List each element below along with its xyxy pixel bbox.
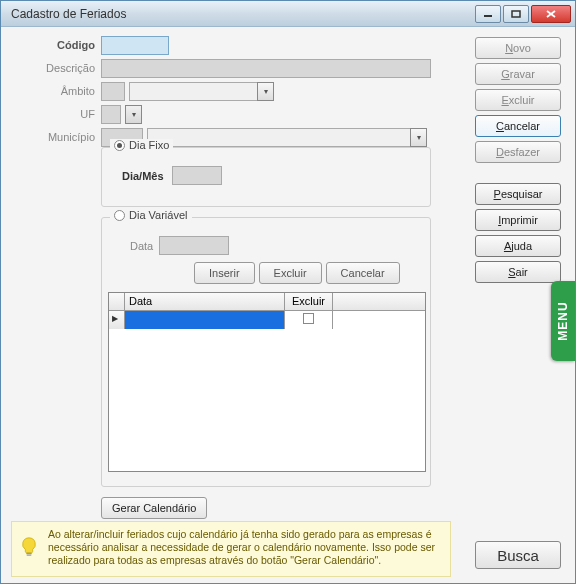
svg-rect-5 [27, 555, 32, 556]
cancelar-row-button[interactable]: Cancelar [326, 262, 400, 284]
label-municipio: Município [11, 131, 101, 143]
row-selector-icon [109, 311, 125, 329]
municipio-combo[interactable]: ▾ [147, 128, 427, 147]
content: Código Descrição Âmbito ▾ UF ▾ [1, 27, 575, 583]
ajuda-button[interactable]: Ajuda [475, 235, 561, 257]
window: Cadastro de Feriados Código Descrição [0, 0, 576, 584]
codigo-input[interactable] [101, 36, 169, 55]
uf-code-input[interactable] [101, 105, 121, 124]
data-input[interactable] [159, 236, 229, 255]
pesquisar-button[interactable]: Pesquisar [475, 183, 561, 205]
label-descricao: Descrição [11, 62, 101, 74]
excluir-row-button[interactable]: Excluir [259, 262, 322, 284]
tip-box: Ao alterar/incluir feriados cujo calendá… [11, 521, 451, 577]
chevron-down-icon: ▾ [125, 105, 142, 124]
dia-variavel-label: Dia Variável [129, 209, 188, 221]
datas-grid[interactable]: Data Excluir [108, 292, 426, 472]
cancelar-button[interactable]: Cancelar [475, 115, 561, 137]
uf-combo[interactable]: ▾ [125, 105, 142, 124]
cell-excluir-checkbox[interactable] [285, 311, 333, 329]
ambito-combo[interactable]: ▾ [129, 82, 274, 101]
radio-selected-icon [114, 140, 125, 151]
svg-rect-0 [484, 15, 492, 17]
desfazer-button[interactable]: Desfazer [475, 141, 561, 163]
dia-fixo-radio-legend[interactable]: Dia Fixo [110, 139, 173, 151]
svg-rect-4 [26, 553, 32, 554]
ambito-code-input[interactable] [101, 82, 125, 101]
dia-mes-input[interactable] [172, 166, 222, 185]
label-ambito: Âmbito [11, 85, 101, 97]
menu-tab[interactable]: MENU [551, 281, 575, 361]
dia-fixo-label: Dia Fixo [129, 139, 169, 151]
dia-variavel-radio-legend[interactable]: Dia Variável [110, 209, 192, 221]
lightbulb-icon [18, 536, 40, 558]
grid-header: Data Excluir [109, 293, 425, 311]
dia-mes-label: Dia/Mês [122, 170, 164, 182]
svg-rect-1 [512, 11, 520, 17]
chevron-down-icon: ▾ [410, 128, 427, 147]
chevron-down-icon: ▾ [257, 82, 274, 101]
descricao-input[interactable] [101, 59, 431, 78]
tip-text: Ao alterar/incluir feriados cujo calendá… [48, 528, 435, 566]
imprimir-button[interactable]: Imprimir [475, 209, 561, 231]
cell-data[interactable] [125, 311, 285, 329]
dia-variavel-group: Dia Variável Data Inserir Excluir Cancel… [101, 217, 431, 487]
sair-button[interactable]: Sair [475, 261, 561, 283]
label-uf: UF [11, 108, 101, 120]
radio-unselected-icon [114, 210, 125, 221]
dia-fixo-group: Dia Fixo Dia/Mês [101, 147, 431, 207]
data-label: Data [130, 240, 153, 252]
col-excluir: Excluir [285, 293, 333, 310]
side-buttons: Novo Gravar Excluir Cancelar Desfazer Pe… [475, 37, 561, 283]
window-title: Cadastro de Feriados [11, 7, 475, 21]
label-codigo: Código [11, 39, 101, 51]
inserir-button[interactable]: Inserir [194, 262, 255, 284]
title-buttons [475, 5, 571, 23]
busca-button[interactable]: Busca [475, 541, 561, 569]
form: Código Descrição Âmbito ▾ UF ▾ [11, 35, 451, 150]
excluir-button[interactable]: Excluir [475, 89, 561, 111]
titlebar: Cadastro de Feriados [1, 1, 575, 27]
gravar-button[interactable]: Gravar [475, 63, 561, 85]
col-data: Data [125, 293, 285, 310]
table-row[interactable] [109, 311, 425, 329]
novo-button[interactable]: Novo [475, 37, 561, 59]
gerar-calendario-button[interactable]: Gerar Calendário [101, 497, 207, 519]
close-button[interactable] [531, 5, 571, 23]
menu-tab-label: MENU [556, 301, 570, 340]
minimize-button[interactable] [475, 5, 501, 23]
maximize-button[interactable] [503, 5, 529, 23]
